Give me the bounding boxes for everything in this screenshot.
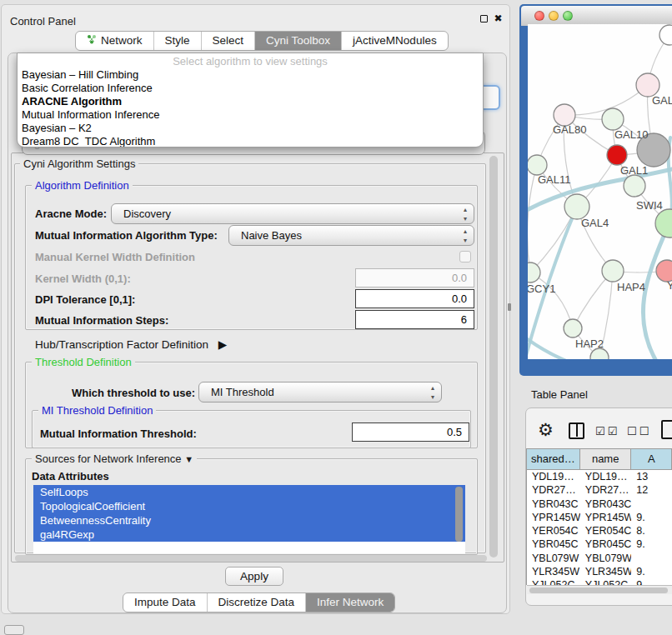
attribute-betweennesscentrality[interactable]: BetweennessCentrality (33, 513, 465, 528)
table-cell: YDR27… (580, 483, 631, 497)
network-node-label: GAL10 (614, 128, 648, 141)
kernel-width-field[interactable]: 0.0 (355, 268, 474, 288)
tab-label: Discretize Data (218, 593, 295, 612)
table-row[interactable]: YER054CYER054C8. (527, 524, 672, 538)
table-row[interactable]: YBR043CYBR043C (527, 498, 672, 511)
table-row[interactable]: YLR345WYLR345W9. (527, 565, 672, 578)
column-header-name[interactable]: name (580, 449, 632, 470)
gear-icon[interactable]: ⚙ (538, 420, 554, 440)
network-node-gal4[interactable] (564, 194, 589, 219)
mi-steps-label: Mutual Information Steps: (35, 314, 168, 327)
table-row[interactable]: YDR27…YDR27…12 (527, 483, 672, 497)
manual-kernel-checkbox[interactable] (459, 251, 471, 262)
algorithm-item-dream8-dc-tdc-algorithm[interactable]: Dream8 DC_TDC Algorithm (18, 135, 483, 148)
network-node-label: GAL11 (538, 173, 571, 186)
attributes-scrollbar[interactable] (455, 487, 463, 542)
dpi-tolerance-label: DPI Tolerance [0,1]: (35, 293, 135, 306)
table-row[interactable]: YPR145WYPR145W9. (527, 511, 672, 524)
hub-definition-toggle[interactable]: Hub/Transcription Factor Definition ▶ (35, 338, 227, 351)
table-cell: 9. (631, 511, 672, 524)
table-cell: YLR345W (580, 565, 631, 578)
minimize-traffic-light-icon[interactable] (549, 11, 559, 21)
network-window-titlebar[interactable] (521, 6, 672, 26)
close-traffic-light-icon[interactable] (534, 11, 544, 21)
algorithm-item-mutual-information-inference[interactable]: Mutual Information Inference (18, 108, 483, 122)
algorithm-item-bayesian-k2[interactable]: Bayesian – K2 (18, 122, 483, 135)
apply-button[interactable]: Apply (225, 567, 283, 586)
mi-steps-field[interactable]: 6 (355, 310, 474, 329)
network-node-label: GAL1 (620, 164, 648, 177)
close-icon[interactable]: ✖ (493, 13, 504, 24)
tab-cyni-toolbox[interactable]: Cyni Toolbox (254, 32, 341, 50)
tab-label: Network (101, 32, 143, 50)
algorithm-item-basic-correlation-inference[interactable]: Basic Correlation Inference (18, 82, 483, 95)
attribute-gal4rgexp[interactable]: gal4RGexp (33, 528, 465, 542)
horizontal-scrollbar[interactable] (15, 555, 487, 562)
data-attributes-label: Data Attributes (32, 470, 109, 482)
table-cell: YDL19… (580, 470, 631, 483)
data-attributes-list[interactable]: SelfLoopsTopologicalCoefficientBetweenne… (33, 485, 465, 553)
which-threshold-combo[interactable]: MI Threshold ▴▾ (198, 382, 442, 402)
network-node-gal[interactable] (636, 73, 659, 97)
table-cell: YPR145W (527, 511, 580, 524)
tab-impute-data[interactable]: Impute Data (123, 593, 207, 612)
table-row[interactable]: YDL19…YDL19…13 (527, 470, 672, 483)
tab-select[interactable]: Select (201, 32, 255, 50)
table-row[interactable]: YBL079WYBL079W (527, 552, 672, 565)
control-panel-tabs: NetworkStyleSelectCyni ToolboxjActiveMNo… (75, 31, 449, 51)
network-node-gcy1[interactable] (528, 262, 540, 282)
network-node[interactable] (624, 175, 645, 197)
table-row[interactable]: YJL052CYJL052C9 (527, 578, 672, 585)
network-node-label: HAP4 (617, 281, 645, 293)
combo-stepper-icon: ▴▾ (464, 227, 467, 245)
algorithm-dropdown-popup: Select algorithm to view settings Bayesi… (17, 52, 484, 148)
network-node-hap2[interactable] (564, 319, 582, 338)
aracne-mode-combo[interactable]: Discovery ▴▾ (111, 203, 474, 224)
split-columns-icon[interactable] (569, 422, 584, 439)
table-cell: YJL052C (580, 578, 631, 585)
network-node-gal10[interactable] (602, 108, 624, 130)
dpi-tolerance-field[interactable]: 0.0 (355, 289, 474, 308)
mi-threshold-field[interactable]: 0.5 (352, 422, 469, 442)
table-cell: 9. (631, 538, 672, 551)
float-window-icon[interactable] (480, 15, 488, 22)
mi-type-combo[interactable]: Naive Bayes ▴▾ (228, 225, 474, 246)
checked-boxes-icon[interactable]: ☑☑ (595, 425, 619, 438)
tab-infer-network[interactable]: Infer Network (305, 593, 394, 612)
hub-definition-label: Hub/Transcription Factor Definition (35, 338, 208, 351)
algorithm-item-aracne-algorithm[interactable]: ARACNE Algorithm (18, 95, 483, 108)
attribute-selfloops[interactable]: SelfLoops (33, 485, 465, 499)
vertical-scrollbar[interactable] (489, 156, 498, 558)
network-node-label: SWI4 (636, 199, 663, 212)
which-threshold-value: MI Threshold (211, 386, 274, 398)
tab-jactivemnodules[interactable]: jActiveMNodules (341, 32, 448, 50)
attribute-topologicalcoefficient[interactable]: TopologicalCoefficient (33, 499, 465, 513)
column-header-shared[interactable]: shared… (527, 449, 580, 470)
tab-network[interactable]: Network (76, 32, 153, 50)
table-cell: 13 (631, 470, 672, 483)
document-icon[interactable] (661, 420, 672, 439)
node-table[interactable]: shared…nameAYDL19…YDL19…13YDR27…YDR27…12… (526, 448, 672, 585)
tab-style[interactable]: Style (153, 32, 201, 50)
algorithm-item-bayesian-hill-climbing[interactable]: Bayesian – Hill Climbing (18, 68, 483, 82)
network-canvas[interactable]: GALGAL80GAL10GAL1GAL11GAL4SWI4GCY1HAP4YH… (528, 24, 672, 359)
zoom-traffic-light-icon[interactable] (563, 11, 573, 21)
panel-divider-grip[interactable] (508, 303, 511, 311)
unchecked-boxes-icon[interactable]: ☐☐ (627, 425, 651, 438)
network-node[interactable] (659, 25, 672, 45)
network-node-label: GAL80 (553, 123, 586, 136)
column-header-a[interactable]: A (631, 449, 672, 470)
network-node-hap4[interactable] (602, 260, 624, 282)
collapsed-arrow-icon: ▶ (218, 338, 227, 351)
tab-discretize-data[interactable]: Discretize Data (207, 593, 306, 612)
corner-button[interactable] (4, 625, 24, 635)
which-threshold-label: Which threshold to use: (72, 387, 195, 399)
network-node-gal1[interactable] (607, 145, 627, 165)
tab-label: Cyni Toolbox (266, 32, 330, 50)
control-panel-title: Control Panel (10, 15, 76, 28)
table-horizontal-scrollbar[interactable] (527, 585, 672, 594)
network-node-gal11[interactable] (528, 155, 547, 175)
table-row[interactable]: YBR045CYBR045C9. (527, 538, 672, 551)
table-cell: YBR045C (527, 538, 580, 551)
sources-legend[interactable]: Sources for Network Inference ▼ (32, 452, 197, 465)
